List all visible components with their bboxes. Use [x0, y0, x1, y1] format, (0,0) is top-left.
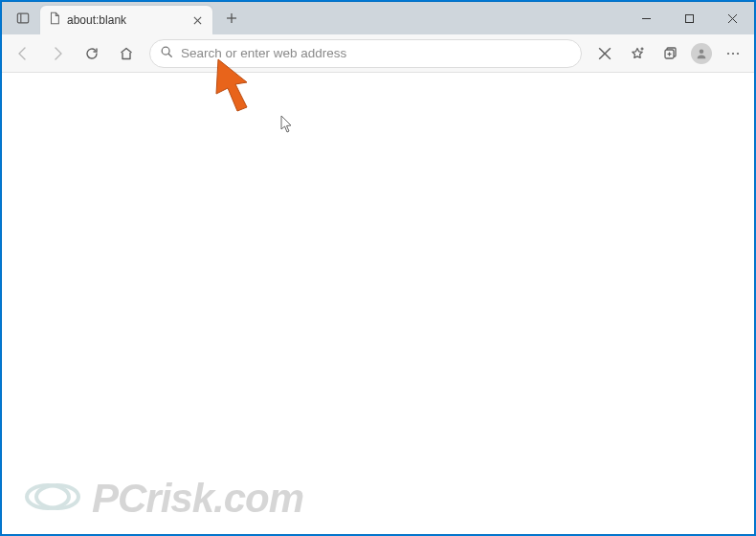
svg-line-11	[168, 54, 171, 56]
watermark-logo-icon	[19, 473, 86, 525]
tab-actions-icon[interactable]	[10, 5, 36, 32]
profile-button[interactable]	[691, 43, 712, 64]
tab[interactable]: about:blank	[40, 6, 212, 34]
window-controls	[625, 2, 754, 34]
svg-point-24	[36, 485, 78, 508]
stop-clear-button[interactable]	[589, 38, 620, 69]
settings-menu-button[interactable]	[718, 38, 748, 69]
collections-button[interactable]	[655, 38, 685, 69]
svg-point-21	[732, 52, 734, 54]
svg-rect-7	[686, 14, 694, 22]
forward-button[interactable]	[42, 38, 73, 69]
toolbar-right	[589, 38, 748, 69]
page-content	[2, 73, 754, 534]
tab-title: about:blank	[67, 13, 184, 27]
browser-window: about:blank	[2, 2, 754, 534]
home-button[interactable]	[111, 38, 142, 69]
new-tab-button[interactable]	[218, 5, 245, 32]
minimize-button[interactable]	[625, 2, 668, 34]
svg-point-20	[727, 52, 729, 54]
toolbar	[2, 34, 754, 73]
tab-strip: about:blank	[2, 2, 625, 34]
refresh-button[interactable]	[77, 38, 107, 69]
address-input[interactable]	[181, 46, 571, 60]
close-window-button[interactable]	[711, 2, 754, 34]
watermark: PCrisk.com	[19, 473, 303, 525]
search-icon	[160, 45, 173, 62]
favorites-button[interactable]	[622, 38, 653, 69]
close-tab-button[interactable]	[189, 12, 205, 28]
maximize-button[interactable]	[668, 2, 711, 34]
watermark-text: PCrisk.com	[92, 476, 303, 522]
address-bar[interactable]	[149, 39, 582, 68]
svg-point-23	[27, 485, 69, 508]
svg-rect-0	[17, 13, 28, 23]
svg-point-19	[700, 49, 704, 54]
svg-point-22	[737, 52, 739, 54]
titlebar: about:blank	[2, 2, 754, 34]
back-button[interactable]	[8, 38, 38, 69]
page-icon	[48, 11, 61, 29]
